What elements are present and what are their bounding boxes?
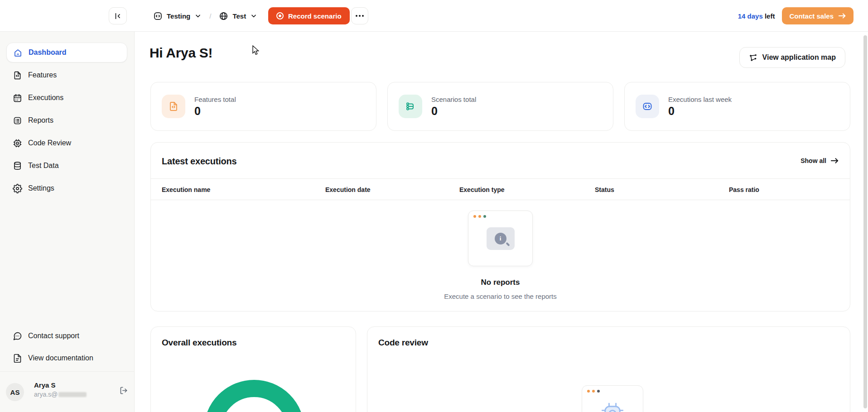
sidebar-item-label: Dashboard — [29, 48, 67, 57]
ellipsis-icon — [356, 15, 357, 17]
project-name: Testing — [167, 12, 190, 20]
collapse-sidebar-icon — [114, 12, 122, 20]
breadcrumb: Testing / Test — [153, 0, 257, 32]
project-selector[interactable]: Testing — [153, 11, 202, 21]
sidebar-item-label: Test Data — [28, 162, 59, 170]
stat-card-scenarios-total: Scenarios total 0 — [387, 82, 613, 131]
user-email: arya.s@ — [34, 391, 87, 398]
redacted-email-domain — [58, 392, 87, 397]
page-title: Hi Arya S! — [149, 45, 212, 61]
calendar-icon — [13, 93, 22, 103]
globe-icon — [219, 11, 228, 21]
chat-bubble-icon — [13, 331, 22, 341]
feature-file-icon — [13, 71, 22, 80]
gear-icon — [13, 184, 22, 193]
window-dots-icon — [587, 390, 600, 393]
code-review-illustration — [582, 385, 643, 412]
arrow-right-icon — [838, 13, 846, 19]
sidebar-item-executions[interactable]: Executions — [6, 88, 127, 108]
show-all-link[interactable]: Show all — [800, 157, 839, 164]
table-header-row: Execution name Execution date Execution … — [151, 178, 850, 200]
network-map-icon — [749, 53, 757, 62]
record-scenario-button[interactable]: Record scenario — [268, 7, 350, 24]
mouse-cursor — [252, 45, 260, 57]
empty-state-illustration: i — [468, 211, 533, 266]
contact-sales-label: Contact sales — [789, 12, 834, 20]
code-review-title: Code review — [378, 338, 428, 348]
column-header-execution-date: Execution date — [325, 186, 371, 193]
view-application-map-button[interactable]: View application map — [739, 47, 845, 68]
executions-donut-chart — [204, 380, 304, 412]
chip-illustration-icon — [601, 402, 624, 412]
info-magnifier-icon: i — [495, 233, 506, 244]
stat-label: Features total — [194, 96, 236, 103]
stat-value: 0 — [194, 105, 236, 118]
sidebar-item-label: Features — [28, 71, 57, 79]
arrow-right-icon — [830, 158, 839, 164]
code-review-card: Code review — [367, 326, 850, 412]
latest-executions-title: Latest executions — [162, 156, 237, 167]
record-scenario-label: Record scenario — [288, 12, 342, 20]
sidebar-item-label: Settings — [28, 184, 54, 192]
trial-countdown: 14 days left — [738, 12, 775, 20]
more-options-button[interactable] — [351, 7, 368, 24]
top-bar: Testing / Test Record scenario — [0, 0, 868, 32]
stat-value: 0 — [668, 105, 732, 118]
collapse-sidebar-button[interactable] — [109, 7, 127, 24]
sidebar-item-reports[interactable]: Reports — [6, 110, 127, 130]
sidebar-item-label: Executions — [28, 94, 63, 102]
latest-executions-card: Latest executions Show all Execution nam… — [150, 142, 850, 311]
user-name: Arya S — [34, 381, 56, 389]
environment-selector[interactable]: Test — [219, 11, 257, 21]
sidebar-item-label: Code Review — [28, 139, 71, 147]
sidebar-item-dashboard[interactable]: Dashboard — [6, 43, 127, 62]
sidebar-item-settings[interactable]: Settings — [6, 178, 127, 198]
overall-executions-title: Overall executions — [162, 338, 236, 348]
stat-card-executions-last-week: Executions last week 0 — [624, 82, 850, 131]
document-icon — [13, 354, 22, 363]
logout-icon — [119, 386, 129, 395]
environment-name: Test — [232, 12, 246, 20]
avatar: AS — [6, 383, 24, 401]
chevron-down-icon — [250, 12, 257, 19]
column-header-execution-type: Execution type — [459, 186, 505, 193]
record-icon — [276, 12, 284, 19]
column-header-execution-name: Execution name — [162, 186, 210, 193]
database-icon — [13, 161, 22, 171]
chevron-down-icon — [194, 12, 202, 19]
scenario-tree-icon — [399, 95, 422, 118]
sidebar-item-test-data[interactable]: Test Data — [6, 156, 127, 176]
view-documentation-link[interactable]: View documentation — [6, 348, 127, 368]
feature-file-icon — [162, 95, 185, 118]
column-header-status: Status — [595, 186, 614, 193]
sidebar-item-code-review[interactable]: Code Review — [6, 133, 127, 153]
chip-icon — [13, 139, 22, 148]
contact-support-link[interactable]: Contact support — [6, 326, 127, 346]
stats-row: Features total 0 Scenarios total 0 Execu… — [150, 82, 850, 131]
sidebar-item-label: Reports — [28, 116, 53, 125]
trial-days-suffix: left — [763, 12, 775, 20]
empty-state: i No reports Execute a scenario to see t… — [151, 200, 850, 300]
contact-support-label: Contact support — [28, 332, 79, 340]
code-brackets-icon — [636, 95, 659, 118]
overall-executions-card: Overall executions — [150, 326, 356, 412]
stat-value: 0 — [431, 105, 476, 118]
view-application-map-label: View application map — [762, 53, 836, 62]
logout-button[interactable] — [117, 383, 130, 397]
home-icon — [13, 48, 23, 57]
column-header-pass-ratio: Pass ratio — [729, 186, 759, 193]
contact-sales-button[interactable]: Contact sales — [782, 7, 854, 24]
window-dots-icon — [473, 215, 486, 218]
show-all-label: Show all — [800, 157, 826, 164]
stat-label: Scenarios total — [431, 96, 476, 103]
vertical-scrollbar[interactable] — [863, 35, 867, 408]
project-icon — [153, 11, 163, 21]
topbar-right-group: 14 days left Contact sales — [738, 0, 854, 32]
trial-days: 14 days — [738, 12, 763, 20]
app-root: Testing / Test Record scenario — [0, 0, 868, 412]
sidebar-item-features[interactable]: Features — [6, 65, 127, 85]
stat-label: Executions last week — [668, 96, 732, 103]
sidebar: Dashboard Features Executions Reports — [0, 32, 135, 412]
view-documentation-label: View documentation — [28, 354, 93, 362]
user-panel: AS Arya S arya.s@ — [0, 371, 135, 412]
